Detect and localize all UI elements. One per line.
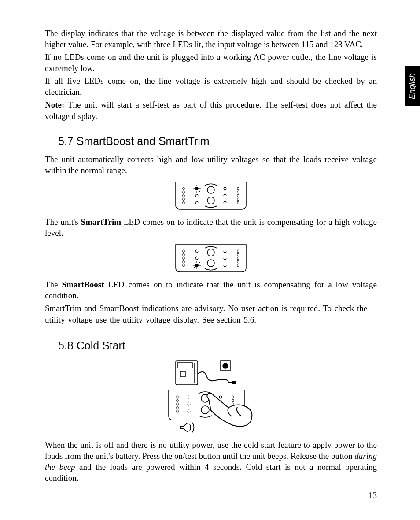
svg-point-43 [207,260,214,267]
body-paragraph: The display indicates that the voltage i… [45,28,377,50]
svg-point-64 [188,396,190,398]
text: The unit's [45,217,81,227]
section-heading-5-8: 5.8 Cold Start [58,339,377,352]
svg-point-17 [207,197,214,204]
svg-rect-53 [177,363,192,368]
svg-point-30 [183,264,185,267]
svg-rect-58 [232,381,236,384]
svg-point-25 [237,201,239,204]
svg-point-2 [183,194,185,197]
svg-point-18 [224,187,226,190]
svg-point-26 [183,250,185,253]
svg-point-16 [207,186,214,193]
text: The [45,280,62,289]
svg-point-50 [237,260,239,263]
svg-point-45 [224,257,226,260]
body-paragraph: SmartTrim and SmartBoost indications are… [45,303,377,326]
note-label: Note: [45,100,64,109]
note-text: The unit will start a self-test as part … [45,100,377,120]
smartboost-label: SmartBoost [62,280,104,289]
svg-point-15 [195,201,198,204]
svg-point-59 [177,396,179,398]
body-paragraph: When the unit is off and there is no uti… [45,439,377,483]
svg-point-21 [237,187,239,190]
svg-point-19 [224,194,226,197]
svg-point-23 [237,194,239,197]
svg-rect-54 [180,371,185,377]
svg-point-48 [237,253,239,256]
svg-point-51 [237,264,239,267]
smarttrim-panel-figure [45,181,377,210]
svg-point-22 [237,191,239,193]
svg-point-24 [237,198,239,201]
smartboost-panel-figure [45,244,377,273]
svg-point-72 [232,396,234,398]
svg-point-31 [195,250,198,253]
svg-point-44 [224,250,226,253]
body-paragraph: If no LEDs come on and the unit is plugg… [45,52,377,74]
svg-point-1 [183,191,185,193]
svg-point-0 [183,187,185,190]
language-tab: English [405,66,420,106]
svg-point-66 [188,410,190,412]
smarttrim-label: SmartTrim [81,217,121,227]
svg-point-63 [177,410,179,412]
svg-point-61 [177,403,179,405]
text: and the loads are powered within 4 secon… [45,462,377,483]
svg-point-27 [183,253,185,256]
body-paragraph: The SmartBoost LED comes on to indicate … [45,279,377,301]
svg-point-60 [177,399,179,402]
body-paragraph: The unit automatically corrects high and… [45,154,377,176]
svg-point-28 [183,257,185,260]
svg-point-57 [223,363,228,368]
svg-point-46 [224,264,226,267]
svg-point-32 [195,257,198,260]
svg-point-49 [237,257,239,260]
svg-point-69 [219,396,222,398]
svg-point-42 [207,249,214,256]
language-label: English [408,73,417,99]
svg-point-20 [224,201,226,204]
body-paragraph: The unit's SmartTrim LED comes on to ind… [45,216,377,238]
svg-point-62 [177,406,179,409]
svg-point-29 [183,260,185,263]
section-heading-5-7: 5.7 SmartBoost and SmartTrim [58,135,377,148]
svg-point-3 [183,198,185,201]
page-content: The display indicates that the voltage i… [45,28,377,485]
page-number: 13 [368,490,377,500]
svg-point-68 [201,406,209,414]
text: When the unit is off and there is no uti… [45,440,377,461]
note-paragraph: Note: The unit will start a self-test as… [45,99,377,121]
svg-point-47 [237,250,239,253]
svg-point-65 [188,403,190,405]
svg-point-4 [183,201,185,204]
svg-point-73 [232,399,234,402]
svg-point-33 [195,264,199,267]
body-paragraph: If all five LEDs come on, the line volta… [45,75,377,97]
svg-point-5 [195,187,199,190]
svg-point-14 [195,194,198,197]
cold-start-figure [45,358,377,433]
